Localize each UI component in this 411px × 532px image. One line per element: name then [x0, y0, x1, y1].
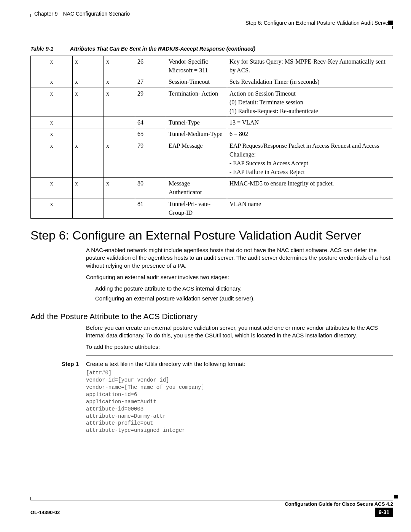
- table-cell: x: [31, 117, 73, 128]
- table-cell: [73, 128, 104, 140]
- table-cell: 81: [135, 198, 166, 218]
- table-cell: x: [104, 88, 135, 117]
- table-caption-text: Attributes That Can Be Sent in the RADIU…: [70, 46, 255, 52]
- table-row: xxx80Message AuthenticatorHMAC-MD5 to en…: [31, 178, 393, 198]
- table-cell: x: [73, 140, 104, 178]
- table-cell: Tunnel-Pri- vate-Group-ID: [166, 198, 227, 218]
- table-cell: Session-Timeout: [166, 76, 227, 88]
- table-cell: 64: [135, 117, 166, 128]
- table-cell: 26: [135, 56, 166, 76]
- table-cell: Action on Session Timeout (0) Default: T…: [227, 88, 393, 117]
- table-cell: HMAC-MD5 to ensure integrity of packet.: [227, 178, 393, 198]
- footer-tick: [30, 497, 31, 500]
- table-cell: 79: [135, 140, 166, 178]
- paragraph-4: To add the posture attributes:: [86, 343, 393, 351]
- table-cell: 80: [135, 178, 166, 198]
- step-1-row: Step 1 Create a text file in the \Utils …: [30, 361, 393, 367]
- bullet-2: Configuring an external posture validati…: [95, 295, 393, 302]
- table-cell: [104, 128, 135, 140]
- table-cell: EAP Request/Response Packet in Access Re…: [227, 140, 393, 178]
- table-cell: x: [31, 178, 73, 198]
- bullet-1: Adding the posture attribute to the ACS …: [95, 285, 393, 292]
- table-row: xxx27Session-TimeoutSets Revalidation Ti…: [31, 76, 393, 88]
- footer-rule: [30, 500, 393, 500]
- page-number: 9-31: [375, 508, 393, 517]
- table-cell: 65: [135, 128, 166, 140]
- table-cell: Termination- Action: [166, 88, 227, 117]
- table-cell: [104, 198, 135, 218]
- step-1-text: Create a text file in the \Utils directo…: [86, 361, 393, 367]
- header-square-icon: [388, 21, 393, 25]
- paragraph-2: Configuring an external audit server inv…: [86, 273, 393, 281]
- table-cell: x: [73, 76, 104, 88]
- footer-guide-title: Configuration Guide for Cisco Secure ACS…: [285, 501, 393, 507]
- table-cell: x: [31, 128, 73, 140]
- content-area: Table 9-1 Attributes That Can Be Sent in…: [30, 46, 393, 434]
- footer-square-icon: [394, 495, 398, 498]
- table-cell: 27: [135, 76, 166, 88]
- table-cell: x: [31, 88, 73, 117]
- bullet-list: Adding the posture attribute to the ACS …: [95, 285, 393, 303]
- subheading: Add the Posture Attribute to the ACS Dic…: [30, 312, 393, 321]
- table-cell: [73, 117, 104, 128]
- paragraph-3: Before you can create an external postur…: [86, 324, 393, 340]
- table-row: xxx29Termination- ActionAction on Sessio…: [31, 88, 393, 117]
- table-row: x65Tunnel-Medium-Type6 = 802: [31, 128, 393, 140]
- code-block: [attr#0] vendor-id=[your vendor id] vend…: [86, 369, 393, 434]
- table-cell: x: [104, 56, 135, 76]
- table-cell: Tunnel-Type: [166, 117, 227, 128]
- table-cell: x: [73, 88, 104, 117]
- table-cell: x: [31, 56, 73, 76]
- table-cell: Tunnel-Medium-Type: [166, 128, 227, 140]
- header-rule-top: [30, 17, 393, 17]
- table-cell: Sets Revalidation Timer (in seconds): [227, 76, 393, 88]
- header-tick-bottom: [392, 26, 393, 29]
- table-cell: x: [73, 178, 104, 198]
- table-cell: 29: [135, 88, 166, 117]
- step-1-label: Step 1: [30, 361, 86, 367]
- table-number: Table 9-1: [30, 46, 53, 52]
- table-row: xxx79EAP MessageEAP Request/Response Pac…: [31, 140, 393, 178]
- body-block-2: Before you can create an external postur…: [86, 324, 393, 351]
- table-cell: 6 = 802: [227, 128, 393, 140]
- body-block-1: A NAC-enabled network might include agen…: [86, 246, 393, 303]
- table-cell: x: [31, 140, 73, 178]
- table-cell: 13 = VLAN: [227, 117, 393, 128]
- table-caption: Table 9-1 Attributes That Can Be Sent in…: [30, 46, 393, 52]
- table-cell: x: [104, 76, 135, 88]
- table-cell: Message Authenticator: [166, 178, 227, 198]
- header-tick-top: [30, 14, 31, 17]
- section-title-header: Step 6: Configure an External Posture Va…: [245, 20, 390, 26]
- table-cell: Key for Status Query: MS-MPPE-Recv-Key A…: [227, 56, 393, 76]
- step-separator: [86, 355, 393, 356]
- table-cell: x: [73, 56, 104, 76]
- table-row: xxx26Vendor-Specific Microsoft = 311Key …: [31, 56, 393, 76]
- footer-doc-number: OL-14390-02: [30, 510, 60, 515]
- chapter-label: Chapter 9 NAC Configuration Scenario: [34, 11, 130, 17]
- table-cell: x: [104, 178, 135, 198]
- attributes-table: xxx26Vendor-Specific Microsoft = 311Key …: [30, 56, 393, 219]
- table-cell: x: [104, 140, 135, 178]
- table-row: x81Tunnel-Pri- vate-Group-IDVLAN name: [31, 198, 393, 218]
- page-footer: Configuration Guide for Cisco Secure ACS…: [30, 500, 393, 517]
- table-cell: x: [31, 76, 73, 88]
- header-rule-bottom: [30, 26, 393, 26]
- table-cell: [73, 198, 104, 218]
- table-row: x64Tunnel-Type13 = VLAN: [31, 117, 393, 128]
- table-cell: Vendor-Specific Microsoft = 311: [166, 56, 227, 76]
- table-cell: [104, 117, 135, 128]
- paragraph-1: A NAC-enabled network might include agen…: [86, 246, 393, 270]
- table-cell: EAP Message: [166, 140, 227, 178]
- table-cell: x: [31, 198, 73, 218]
- step-heading: Step 6: Configure an External Posture Va…: [30, 228, 393, 243]
- document-page: Chapter 9 NAC Configuration Scenario Ste…: [0, 0, 411, 532]
- table-cell: VLAN name: [227, 198, 393, 218]
